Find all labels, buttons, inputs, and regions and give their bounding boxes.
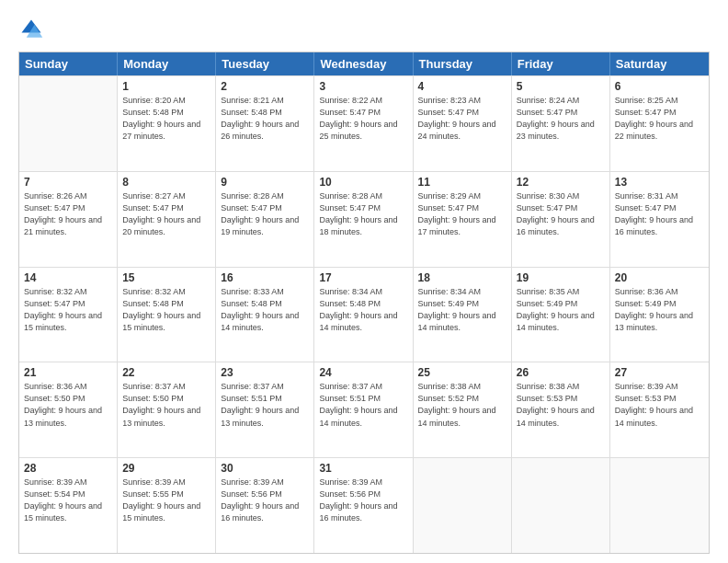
day-info: Sunrise: 8:28 AM Sunset: 5:47 PM Dayligh… [221,190,309,238]
day-number: 23 [221,366,309,379]
day-info: Sunrise: 8:20 AM Sunset: 5:48 PM Dayligh… [122,95,210,143]
day-number: 2 [221,80,309,93]
calendar-day-20: 20Sunrise: 8:36 AM Sunset: 5:49 PM Dayli… [610,268,709,362]
day-info: Sunrise: 8:37 AM Sunset: 5:51 PM Dayligh… [319,381,407,429]
day-info: Sunrise: 8:26 AM Sunset: 5:47 PM Dayligh… [24,190,112,238]
calendar-day-13: 13Sunrise: 8:31 AM Sunset: 5:47 PM Dayli… [610,172,709,267]
calendar-body: 1Sunrise: 8:20 AM Sunset: 5:48 PM Daylig… [19,75,709,553]
calendar-empty-cell [414,458,512,553]
day-number: 15 [122,271,210,284]
day-info: Sunrise: 8:39 AM Sunset: 5:56 PM Dayligh… [221,477,309,524]
day-number: 18 [418,271,506,284]
calendar-day-25: 25Sunrise: 8:38 AM Sunset: 5:52 PM Dayli… [414,362,512,457]
day-header-wednesday: Wednesday [314,52,413,75]
calendar-week-2: 7Sunrise: 8:26 AM Sunset: 5:47 PM Daylig… [19,171,709,267]
day-number: 29 [122,462,210,475]
day-info: Sunrise: 8:39 AM Sunset: 5:54 PM Dayligh… [24,477,112,524]
calendar-day-23: 23Sunrise: 8:37 AM Sunset: 5:51 PM Dayli… [216,362,314,457]
day-info: Sunrise: 8:28 AM Sunset: 5:47 PM Dayligh… [319,190,407,238]
calendar: SundayMondayTuesdayWednesdayThursdayFrid… [18,52,710,554]
day-number: 1 [122,80,210,93]
calendar-day-7: 7Sunrise: 8:26 AM Sunset: 5:47 PM Daylig… [19,172,118,267]
day-number: 11 [418,176,506,189]
calendar-week-1: 1Sunrise: 8:20 AM Sunset: 5:48 PM Daylig… [19,75,709,171]
calendar-day-3: 3Sunrise: 8:22 AM Sunset: 5:47 PM Daylig… [314,76,413,171]
calendar-day-28: 28Sunrise: 8:39 AM Sunset: 5:54 PM Dayli… [19,458,118,553]
day-number: 10 [319,176,407,189]
day-info: Sunrise: 8:38 AM Sunset: 5:53 PM Dayligh… [517,381,605,429]
calendar-day-14: 14Sunrise: 8:32 AM Sunset: 5:47 PM Dayli… [19,268,118,362]
calendar-day-24: 24Sunrise: 8:37 AM Sunset: 5:51 PM Dayli… [314,362,413,457]
day-number: 13 [615,176,704,189]
day-number: 9 [221,176,309,189]
calendar-empty-cell [610,458,709,553]
logo-icon [18,17,44,42]
calendar-week-5: 28Sunrise: 8:39 AM Sunset: 5:54 PM Dayli… [19,457,709,553]
day-number: 4 [418,80,506,93]
calendar-week-4: 21Sunrise: 8:36 AM Sunset: 5:50 PM Dayli… [19,362,709,457]
day-number: 26 [517,366,605,379]
day-number: 14 [24,271,112,284]
page: SundayMondayTuesdayWednesdayThursdayFrid… [0,0,728,563]
day-info: Sunrise: 8:25 AM Sunset: 5:47 PM Dayligh… [615,95,704,143]
calendar-day-5: 5Sunrise: 8:24 AM Sunset: 5:47 PM Daylig… [512,76,610,171]
day-number: 20 [615,271,704,284]
day-number: 30 [221,462,309,475]
calendar-day-19: 19Sunrise: 8:35 AM Sunset: 5:49 PM Dayli… [512,268,610,362]
calendar-day-16: 16Sunrise: 8:33 AM Sunset: 5:48 PM Dayli… [216,268,314,362]
day-number: 19 [517,271,605,284]
calendar-empty-cell [512,458,610,553]
day-info: Sunrise: 8:22 AM Sunset: 5:47 PM Dayligh… [319,95,407,143]
calendar-day-1: 1Sunrise: 8:20 AM Sunset: 5:48 PM Daylig… [118,76,216,171]
calendar-empty-cell [19,76,118,171]
calendar-day-8: 8Sunrise: 8:27 AM Sunset: 5:47 PM Daylig… [118,172,216,267]
day-info: Sunrise: 8:23 AM Sunset: 5:47 PM Dayligh… [418,95,506,143]
calendar-day-6: 6Sunrise: 8:25 AM Sunset: 5:47 PM Daylig… [610,76,709,171]
calendar-day-29: 29Sunrise: 8:39 AM Sunset: 5:55 PM Dayli… [118,458,216,553]
day-info: Sunrise: 8:24 AM Sunset: 5:47 PM Dayligh… [517,95,605,143]
day-number: 27 [615,366,704,379]
day-info: Sunrise: 8:37 AM Sunset: 5:50 PM Dayligh… [122,381,210,429]
day-info: Sunrise: 8:32 AM Sunset: 5:47 PM Dayligh… [24,286,112,334]
calendar-day-4: 4Sunrise: 8:23 AM Sunset: 5:47 PM Daylig… [414,76,512,171]
day-number: 22 [122,366,210,379]
calendar-day-31: 31Sunrise: 8:39 AM Sunset: 5:56 PM Dayli… [314,458,413,553]
day-info: Sunrise: 8:30 AM Sunset: 5:47 PM Dayligh… [517,190,605,238]
day-info: Sunrise: 8:29 AM Sunset: 5:47 PM Dayligh… [418,190,506,238]
day-header-sunday: Sunday [19,52,118,75]
day-info: Sunrise: 8:34 AM Sunset: 5:49 PM Dayligh… [418,286,506,334]
day-info: Sunrise: 8:21 AM Sunset: 5:48 PM Dayligh… [221,95,309,143]
calendar-day-11: 11Sunrise: 8:29 AM Sunset: 5:47 PM Dayli… [414,172,512,267]
day-info: Sunrise: 8:38 AM Sunset: 5:52 PM Dayligh… [418,381,506,429]
header [18,17,710,42]
day-info: Sunrise: 8:36 AM Sunset: 5:50 PM Dayligh… [24,381,112,429]
day-info: Sunrise: 8:34 AM Sunset: 5:48 PM Dayligh… [319,286,407,334]
day-number: 31 [319,462,407,475]
calendar-day-9: 9Sunrise: 8:28 AM Sunset: 5:47 PM Daylig… [216,172,314,267]
calendar-week-3: 14Sunrise: 8:32 AM Sunset: 5:47 PM Dayli… [19,267,709,362]
calendar-day-2: 2Sunrise: 8:21 AM Sunset: 5:48 PM Daylig… [216,76,314,171]
calendar-day-26: 26Sunrise: 8:38 AM Sunset: 5:53 PM Dayli… [512,362,610,457]
day-info: Sunrise: 8:39 AM Sunset: 5:55 PM Dayligh… [122,477,210,524]
day-number: 5 [517,80,605,93]
day-info: Sunrise: 8:39 AM Sunset: 5:56 PM Dayligh… [319,477,407,524]
day-info: Sunrise: 8:39 AM Sunset: 5:53 PM Dayligh… [615,381,704,429]
calendar-day-22: 22Sunrise: 8:37 AM Sunset: 5:50 PM Dayli… [118,362,216,457]
day-info: Sunrise: 8:31 AM Sunset: 5:47 PM Dayligh… [615,190,704,238]
day-info: Sunrise: 8:37 AM Sunset: 5:51 PM Dayligh… [221,381,309,429]
day-number: 3 [319,80,407,93]
day-number: 16 [221,271,309,284]
calendar-day-21: 21Sunrise: 8:36 AM Sunset: 5:50 PM Dayli… [19,362,118,457]
day-number: 28 [24,462,112,475]
calendar-day-15: 15Sunrise: 8:32 AM Sunset: 5:48 PM Dayli… [118,268,216,362]
day-number: 21 [24,366,112,379]
day-number: 17 [319,271,407,284]
day-number: 7 [24,176,112,189]
day-number: 6 [615,80,704,93]
logo [18,17,48,42]
day-info: Sunrise: 8:36 AM Sunset: 5:49 PM Dayligh… [615,286,704,334]
calendar-day-18: 18Sunrise: 8:34 AM Sunset: 5:49 PM Dayli… [414,268,512,362]
day-header-monday: Monday [118,52,216,75]
day-number: 12 [517,176,605,189]
day-number: 8 [122,176,210,189]
